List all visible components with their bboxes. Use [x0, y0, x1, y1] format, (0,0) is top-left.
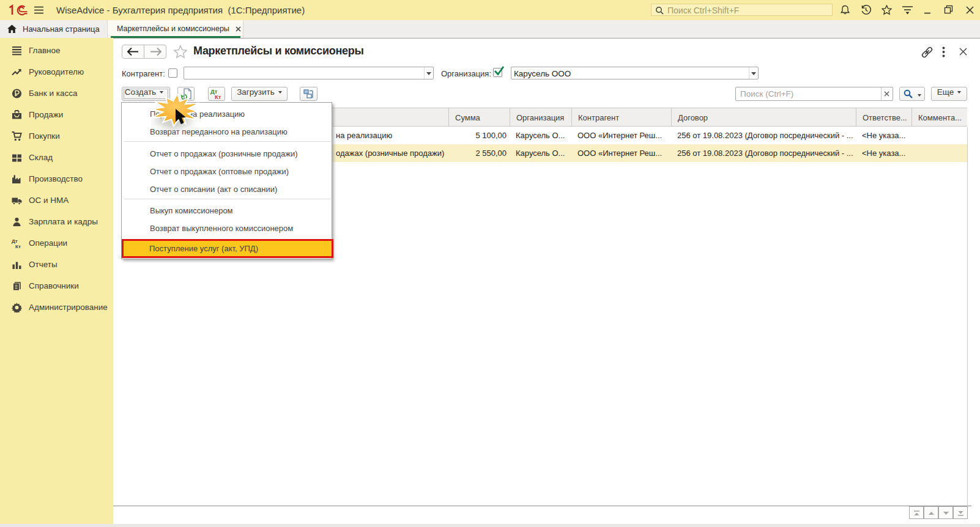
- svg-text:Кт: Кт: [15, 243, 21, 248]
